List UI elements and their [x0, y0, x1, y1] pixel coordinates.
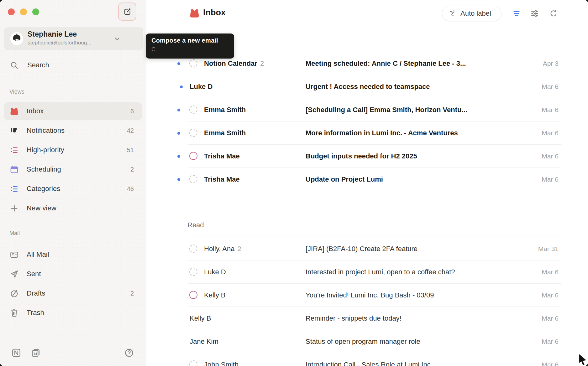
sidebar-item-drafts[interactable]: Drafts2 [4, 285, 142, 302]
account-name: Stephanie Lee [28, 30, 77, 39]
sidebar-item-trash[interactable]: Trash [4, 304, 142, 322]
email-subject: You're Invited! Lumi Inc. Bug Bash - 03/… [306, 284, 434, 307]
search-button[interactable]: Search [4, 58, 142, 72]
sidebar-nav: ViewsInbox6Notifications42High-priority5… [4, 89, 142, 323]
email-subject: Urgent ! Access needed to teamspace [306, 75, 430, 98]
sidebar-item-new-view[interactable]: New view [4, 199, 142, 217]
select-circle-icon[interactable] [189, 245, 197, 253]
select-circle-icon[interactable] [189, 360, 197, 366]
select-circle-icon[interactable] [189, 59, 197, 67]
avatar [10, 32, 23, 45]
email-sender: Kelly B [190, 307, 211, 330]
email-subject: Introduction Call - Sales Role at Lumi I… [306, 353, 436, 366]
sidebar-item-label: Inbox [27, 107, 44, 115]
email-subject: Meeting scheduled: Annie C / Stephanie L… [306, 52, 466, 75]
email-date: Mar 6 [542, 121, 559, 145]
email-sender: Kelly B [204, 284, 225, 307]
sidebar-footer: 14 [0, 344, 146, 366]
auto-label-button[interactable]: Auto label [442, 6, 501, 21]
email-subject: More information in Lumi Inc. - Acme Ven… [306, 121, 458, 145]
email-sender: Emma Smith [204, 98, 246, 121]
select-circle-icon[interactable] [189, 175, 197, 183]
email-date: Mar 31 [538, 237, 559, 260]
read-section-header: Read [187, 221, 204, 229]
notion-app-icon[interactable] [11, 348, 21, 358]
sidebar-item-all-mail[interactable]: All Mail [4, 246, 142, 263]
email-row[interactable]: Kelly BYou're Invited! Lumi Inc. Bug Bas… [146, 284, 588, 307]
sidebar-item-label: Sent [27, 270, 41, 278]
unread-dot [177, 178, 180, 181]
email-date: Mar 6 [542, 330, 559, 353]
email-row[interactable]: Emma Smith[Scheduling a Call] Emma Smith… [146, 98, 588, 121]
select-circle-icon[interactable] [189, 106, 197, 114]
unread-dot [177, 155, 180, 158]
email-row[interactable]: Jane KimStatus of open program manager r… [146, 330, 588, 353]
email-date: Mar 6 [542, 284, 559, 307]
email-subject: Interested in project Lumi, open to a co… [306, 260, 455, 284]
sidebar-item-sent[interactable]: Sent [4, 265, 142, 283]
email-date: Mar 6 [542, 307, 559, 330]
email-row[interactable]: Trisha MaeUpdate on Project LumiMar 6 [146, 168, 588, 191]
email-row[interactable]: Holly, Ana2[JIRA] (B2FA-10) Create 2FA f… [146, 237, 588, 260]
email-date: Mar 6 [542, 98, 559, 121]
email-date: Mar 6 [542, 260, 559, 284]
window-controls [8, 8, 39, 15]
compose-button[interactable] [118, 3, 136, 21]
display-settings-icon[interactable] [530, 9, 539, 18]
notion-mail-window: Stephanie Lee stephanie@toolsforthoug...… [0, 0, 588, 366]
select-circle-icon[interactable] [189, 129, 197, 137]
account-email: stephanie@toolsforthoug... [28, 40, 91, 46]
email-row[interactable]: Trisha MaeBudget inputs needed for H2 20… [146, 145, 588, 168]
tooltip-title: Compose a new email [151, 37, 228, 44]
email-date: Mar 6 [542, 168, 559, 191]
email-subject: [JIRA] (B2FA-10) Create 2FA feature [306, 237, 417, 260]
select-circle-icon[interactable] [189, 268, 197, 276]
sidebar-item-label: All Mail [27, 250, 49, 259]
allmail-icon [10, 250, 19, 259]
email-date: Apr 3 [543, 52, 559, 75]
email-row[interactable]: Luke DUrgent ! Access needed to teamspac… [146, 75, 588, 98]
zoom-window-button[interactable] [32, 8, 39, 15]
inbox-icon [189, 8, 200, 18]
email-subject: Update on Project Lumi [306, 168, 383, 191]
page-title: Inbox [203, 8, 226, 18]
notion-calendar-app-icon[interactable]: 14 [31, 348, 41, 358]
chevron-down-icon[interactable] [113, 35, 121, 43]
sidebar-item-count: 51 [127, 147, 134, 154]
thread-count: 2 [260, 59, 264, 67]
refresh-icon[interactable] [549, 9, 558, 18]
unread-dot [177, 62, 180, 65]
filter-icon[interactable] [512, 9, 521, 18]
sidebar-item-categories[interactable]: Categories46 [4, 180, 142, 198]
sidebar-item-scheduling[interactable]: Scheduling2 [4, 161, 142, 178]
email-row[interactable]: Luke DInterested in project Lumi, open t… [146, 260, 588, 284]
sidebar-item-label: Drafts [27, 289, 45, 297]
sidebar-item-count: 2 [130, 290, 134, 297]
sidebar-item-count: 6 [130, 108, 134, 115]
email-row[interactable]: John SmithIntroduction Call - Sales Role… [146, 353, 588, 366]
email-subject: Budget inputs needed for H2 2025 [306, 145, 417, 168]
minimize-window-button[interactable] [20, 8, 27, 15]
unread-dot [180, 85, 183, 88]
email-subject: Status of open program manager role [306, 330, 420, 353]
sidebar-item-notifications[interactable]: Notifications42 [4, 122, 142, 139]
email-sender: Holly, Ana2 [204, 237, 241, 260]
email-row[interactable]: Kelly BReminder - snippets due today!Mar… [146, 307, 588, 330]
sidebar-item-inbox[interactable]: Inbox6 [4, 102, 142, 120]
email-sender: John Smith [204, 353, 239, 366]
email-sender: Trisha Mae [204, 145, 240, 168]
label-circle-icon[interactable] [189, 291, 197, 299]
email-date: Mar 6 [542, 145, 559, 168]
plus-icon [10, 204, 19, 213]
section-label-views: Views [9, 89, 142, 95]
sidebar-item-label: Scheduling [27, 165, 61, 173]
sidebar-item-high-priority[interactable]: High-priority51 [4, 141, 142, 159]
email-row[interactable]: Emma SmithMore information in Lumi Inc. … [146, 121, 588, 145]
help-icon[interactable] [124, 348, 134, 358]
account-switcher[interactable]: Stephanie Lee stephanie@toolsforthoug... [4, 27, 143, 50]
drafts-icon [10, 289, 19, 298]
inbox-icon [10, 107, 19, 116]
close-window-button[interactable] [8, 8, 15, 15]
email-sender: Jane Kim [190, 330, 218, 353]
label-circle-icon[interactable] [189, 152, 197, 160]
